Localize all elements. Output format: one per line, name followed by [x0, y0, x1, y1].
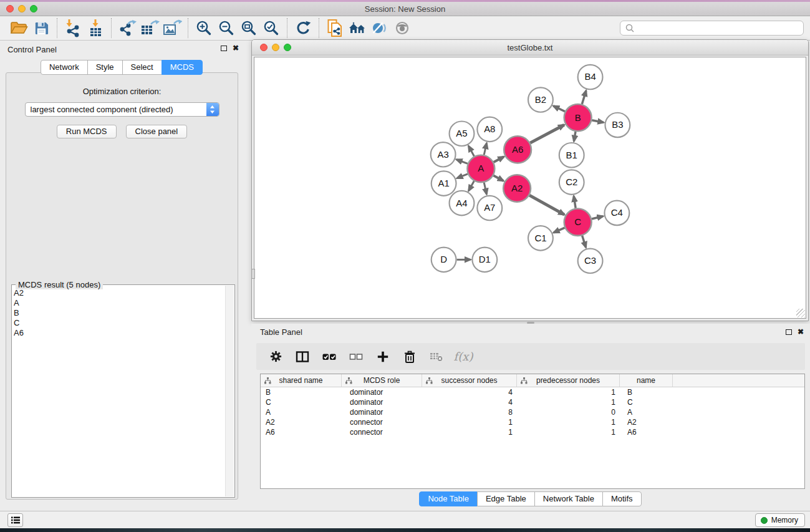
table-row[interactable]: Cdominator41C	[261, 397, 804, 407]
graph-edge-C-C2[interactable]	[574, 196, 576, 208]
memory-button[interactable]: Memory	[755, 513, 805, 527]
close-window-button[interactable]	[6, 5, 14, 12]
dropdown-stepper-icon[interactable]	[206, 103, 219, 116]
float-panel-icon[interactable]	[221, 46, 227, 51]
export-network-icon[interactable]	[116, 18, 138, 38]
home-icon[interactable]	[346, 18, 369, 38]
close-panel-button[interactable]: Close panel	[126, 125, 188, 138]
search-field[interactable]	[620, 21, 804, 36]
table-row[interactable]: Adominator80A	[261, 407, 804, 417]
tab-network-table[interactable]: Network Table	[534, 491, 603, 506]
settings-gear-icon[interactable]	[268, 349, 284, 365]
network-graph[interactable]: AA2A6BCA1A3A4A5A7A8B1B2B3B4C1C2C3C4DD1	[254, 57, 806, 318]
tab-select[interactable]: Select	[122, 60, 162, 75]
show-eye-icon[interactable]	[391, 18, 413, 38]
result-item[interactable]: A6	[14, 328, 224, 338]
tab-node-table[interactable]: Node Table	[419, 491, 478, 506]
add-column-icon[interactable]	[375, 349, 391, 365]
graph-edge-A-A4[interactable]	[469, 181, 475, 191]
graph-edge-A-A1[interactable]	[457, 174, 468, 178]
graph-edge-A-A6[interactable]	[494, 157, 504, 162]
close-network-window-button[interactable]	[260, 44, 268, 51]
import-table-icon[interactable]	[84, 18, 107, 38]
list-icon	[11, 516, 20, 524]
column-header-name[interactable]: name	[620, 374, 673, 387]
network-canvas[interactable]: AA2A6BCA1A3A4A5A7A8B1B2B3B4C1C2C3C4DD1	[254, 57, 806, 319]
graph-edge-A-A5[interactable]	[468, 146, 474, 156]
export-image-icon[interactable]	[161, 18, 183, 38]
minimize-network-window-button[interactable]	[272, 44, 279, 51]
result-item[interactable]: B	[14, 308, 224, 318]
import-network-icon[interactable]	[62, 18, 84, 38]
column-layout-icon[interactable]	[294, 349, 311, 365]
run-mcds-button[interactable]: Run MCDS	[57, 125, 117, 138]
graph-edge-B-B3[interactable]	[592, 120, 604, 123]
result-scrollbar[interactable]	[225, 286, 234, 496]
table-row[interactable]: Bdominator41B	[261, 387, 804, 397]
float-table-panel-icon[interactable]	[786, 329, 792, 335]
save-session-icon[interactable]	[30, 18, 52, 38]
network-window-controls[interactable]	[260, 44, 291, 51]
graph-node-label: A4	[456, 198, 467, 208]
refresh-icon[interactable]	[292, 18, 314, 38]
result-item[interactable]: C	[14, 318, 224, 328]
table-toolbar: f(x)	[256, 343, 805, 370]
zoom-window-button[interactable]	[30, 5, 37, 12]
network-document-icon[interactable]	[324, 18, 346, 38]
tab-mcds[interactable]: MCDS	[162, 60, 203, 75]
close-table-panel-icon[interactable]: ✖	[798, 329, 804, 335]
task-history-button[interactable]	[7, 513, 23, 527]
open-session-icon[interactable]	[7, 18, 30, 38]
zoom-fit-icon[interactable]	[238, 18, 260, 38]
hide-panels-icon[interactable]	[369, 18, 391, 38]
result-item[interactable]: A	[14, 298, 224, 308]
tab-network[interactable]: Network	[41, 60, 88, 75]
graph-edge-C-C4[interactable]	[592, 216, 603, 219]
zoom-out-icon[interactable]	[215, 18, 238, 38]
graph-edge-A-A8[interactable]	[484, 143, 486, 155]
table-row[interactable]: A6connector11A6	[261, 427, 804, 437]
graph-edge-B-B1[interactable]	[574, 132, 576, 141]
graph-edge-A-A2[interactable]	[493, 175, 503, 181]
graph-node-label: A1	[438, 178, 449, 188]
graph-edge-A-A3[interactable]	[456, 160, 468, 164]
app-titlebar[interactable]: Session: New Session	[0, 2, 810, 16]
table-cell: A6	[620, 428, 673, 437]
zoom-network-window-button[interactable]	[284, 44, 291, 51]
search-input[interactable]	[638, 24, 798, 32]
window-controls[interactable]	[6, 5, 37, 12]
column-header-successor-nodes[interactable]: successor nodes	[422, 374, 517, 387]
tab-motifs[interactable]: Motifs	[602, 491, 642, 506]
zoom-in-icon[interactable]	[193, 18, 215, 38]
graph-edge-A2-C[interactable]	[529, 195, 564, 215]
table-cell: 0	[517, 408, 620, 417]
close-panel-icon[interactable]: ✖	[233, 45, 239, 51]
network-window-titlebar[interactable]: testGlobe.txt	[252, 40, 808, 56]
minimize-window-button[interactable]	[18, 5, 26, 12]
mcds-result-list[interactable]: A2ABCA6	[14, 288, 224, 496]
column-header-predecessor-nodes[interactable]: predecessor nodes	[517, 374, 620, 387]
result-item[interactable]: A2	[14, 288, 224, 298]
select-all-checkboxes-icon[interactable]	[321, 349, 337, 365]
graph-edge-B-B2[interactable]	[554, 106, 566, 112]
network-view-window: testGlobe.txt AA2A6BCA1A3A4A5A7A8B1B2B3B…	[251, 39, 809, 321]
tab-edge-table[interactable]: Edge Table	[477, 491, 535, 506]
tab-style[interactable]: Style	[87, 60, 123, 75]
graph-edge-B-B4[interactable]	[582, 90, 586, 104]
deselect-all-checkboxes-icon[interactable]	[348, 349, 364, 365]
graph-edge-C-C3[interactable]	[582, 236, 586, 248]
divider-collapse-handle[interactable]	[251, 269, 255, 279]
optimization-criterion-dropdown[interactable]: largest connected component (directed)	[25, 102, 219, 117]
column-header-shared-name[interactable]: shared name	[261, 374, 342, 387]
column-header-MCDS-role[interactable]: MCDS role	[342, 374, 422, 387]
graph-node-label: A7	[484, 203, 495, 213]
delete-column-icon[interactable]	[402, 349, 418, 365]
export-table-icon[interactable]	[138, 18, 161, 38]
zoom-selected-icon[interactable]	[260, 18, 282, 38]
resize-grip-icon[interactable]	[796, 309, 805, 317]
graph-edge-A6-B[interactable]	[530, 125, 564, 143]
graph-edge-A-A7[interactable]	[484, 183, 486, 195]
graph-edge-C-C1[interactable]	[554, 228, 565, 233]
table-row[interactable]: A2connector11A2	[261, 417, 804, 427]
toolbar-separator	[319, 18, 319, 38]
